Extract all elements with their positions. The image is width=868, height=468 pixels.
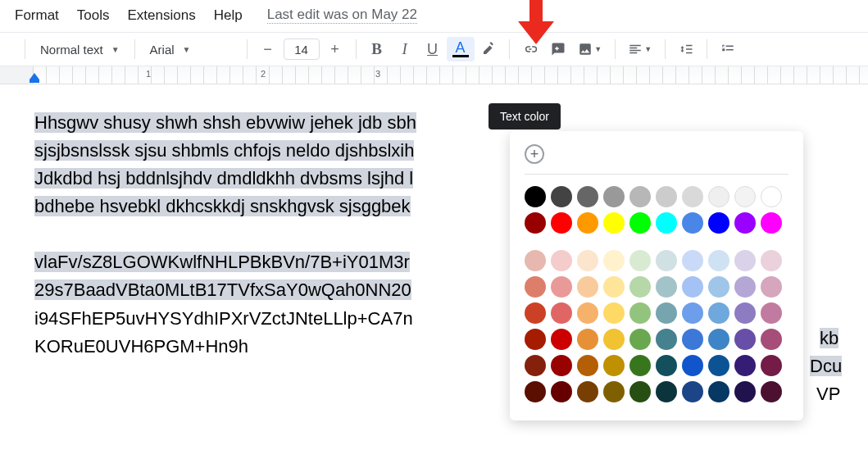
color-swatch[interactable] bbox=[525, 212, 546, 234]
color-swatch[interactable] bbox=[761, 381, 782, 402]
menu-help[interactable]: Help bbox=[214, 7, 243, 24]
color-swatch[interactable] bbox=[551, 250, 572, 271]
color-swatch[interactable] bbox=[525, 186, 546, 207]
color-swatch[interactable] bbox=[734, 276, 756, 298]
color-swatch[interactable] bbox=[656, 186, 677, 207]
color-swatch[interactable] bbox=[761, 329, 782, 350]
color-swatch[interactable] bbox=[761, 355, 782, 376]
color-swatch[interactable] bbox=[656, 212, 677, 234]
color-swatch[interactable] bbox=[761, 250, 782, 271]
color-swatch[interactable] bbox=[603, 329, 625, 350]
color-swatch[interactable] bbox=[708, 302, 729, 324]
paragraph-style-dropdown[interactable]: Normal text ▼ bbox=[32, 39, 128, 60]
color-swatch[interactable] bbox=[525, 381, 546, 402]
color-swatch[interactable] bbox=[734, 302, 756, 324]
color-swatch[interactable] bbox=[734, 186, 756, 207]
menu-format[interactable]: Format bbox=[15, 7, 59, 24]
bold-button[interactable]: B bbox=[363, 37, 391, 61]
color-swatch[interactable] bbox=[525, 302, 546, 324]
color-swatch[interactable] bbox=[603, 250, 625, 271]
color-swatch[interactable] bbox=[708, 250, 729, 271]
color-swatch[interactable] bbox=[629, 329, 651, 350]
color-swatch[interactable] bbox=[629, 381, 651, 402]
text-color-button[interactable]: A bbox=[447, 37, 475, 61]
color-swatch[interactable] bbox=[629, 276, 651, 298]
color-swatch[interactable] bbox=[734, 250, 756, 271]
color-swatch[interactable] bbox=[629, 186, 651, 207]
menu-extensions[interactable]: Extensions bbox=[128, 7, 196, 24]
color-swatch[interactable] bbox=[603, 302, 625, 324]
color-swatch[interactable] bbox=[708, 355, 729, 376]
color-swatch[interactable] bbox=[682, 329, 703, 350]
color-swatch[interactable] bbox=[708, 186, 729, 207]
color-swatch[interactable] bbox=[551, 212, 572, 234]
indent-marker[interactable] bbox=[30, 73, 43, 83]
color-swatch[interactable] bbox=[577, 355, 598, 376]
color-swatch[interactable] bbox=[734, 381, 756, 402]
color-swatch[interactable] bbox=[734, 212, 756, 234]
last-edit-link[interactable]: Last edit was on May 22 bbox=[267, 7, 417, 24]
color-swatch[interactable] bbox=[629, 355, 651, 376]
add-custom-color-button[interactable]: + bbox=[525, 144, 544, 164]
color-swatch[interactable] bbox=[525, 355, 546, 376]
color-swatch[interactable] bbox=[682, 250, 703, 271]
color-swatch[interactable] bbox=[629, 302, 651, 324]
color-swatch[interactable] bbox=[551, 329, 572, 350]
horizontal-ruler[interactable]: 1 2 3 bbox=[0, 66, 868, 84]
color-swatch[interactable] bbox=[682, 186, 703, 207]
color-swatch[interactable] bbox=[734, 329, 756, 350]
color-swatch[interactable] bbox=[577, 302, 598, 324]
color-swatch[interactable] bbox=[761, 212, 782, 234]
underline-button[interactable]: U bbox=[419, 37, 447, 61]
color-swatch[interactable] bbox=[656, 355, 677, 376]
color-swatch[interactable] bbox=[551, 276, 572, 298]
color-swatch[interactable] bbox=[682, 302, 703, 324]
color-swatch[interactable] bbox=[525, 329, 546, 350]
color-swatch[interactable] bbox=[761, 186, 782, 207]
color-swatch[interactable] bbox=[708, 276, 729, 298]
insert-image-button[interactable]: ▼ bbox=[572, 37, 608, 61]
color-swatch[interactable] bbox=[761, 276, 782, 298]
color-swatch[interactable] bbox=[734, 355, 756, 376]
font-size-decrease-button[interactable]: − bbox=[254, 37, 282, 61]
align-button[interactable]: ▼ bbox=[622, 37, 658, 61]
color-swatch[interactable] bbox=[551, 381, 572, 402]
color-swatch[interactable] bbox=[682, 381, 703, 402]
font-size-increase-button[interactable]: + bbox=[321, 37, 349, 61]
color-swatch[interactable] bbox=[603, 355, 625, 376]
color-swatch[interactable] bbox=[656, 381, 677, 402]
color-swatch[interactable] bbox=[603, 212, 625, 234]
color-swatch[interactable] bbox=[551, 186, 572, 207]
color-swatch[interactable] bbox=[708, 212, 729, 234]
font-family-dropdown[interactable]: Arial ▼ bbox=[142, 39, 240, 60]
color-swatch[interactable] bbox=[551, 355, 572, 376]
color-swatch[interactable] bbox=[761, 302, 782, 324]
color-swatch[interactable] bbox=[551, 302, 572, 324]
color-swatch[interactable] bbox=[629, 212, 651, 234]
menu-tools[interactable]: Tools bbox=[77, 7, 110, 24]
color-swatch[interactable] bbox=[577, 212, 598, 234]
checklist-button[interactable] bbox=[714, 37, 742, 61]
color-swatch[interactable] bbox=[603, 186, 625, 207]
color-swatch[interactable] bbox=[603, 381, 625, 402]
color-swatch[interactable] bbox=[525, 250, 546, 271]
line-spacing-button[interactable] bbox=[672, 37, 700, 61]
italic-button[interactable]: I bbox=[391, 37, 419, 61]
color-swatch[interactable] bbox=[708, 381, 729, 402]
color-swatch[interactable] bbox=[682, 276, 703, 298]
color-swatch[interactable] bbox=[656, 302, 677, 324]
color-swatch[interactable] bbox=[603, 276, 625, 298]
color-swatch[interactable] bbox=[577, 276, 598, 298]
document-body[interactable]: Hhsgwv shusy shwh shsh ebvwiw jehek jdb … bbox=[0, 84, 525, 361]
color-swatch[interactable] bbox=[577, 381, 598, 402]
color-swatch[interactable] bbox=[629, 250, 651, 271]
color-swatch[interactable] bbox=[656, 329, 677, 350]
color-swatch[interactable] bbox=[708, 329, 729, 350]
color-swatch[interactable] bbox=[577, 329, 598, 350]
font-size-input[interactable]: 14 bbox=[284, 39, 320, 60]
color-swatch[interactable] bbox=[577, 186, 598, 207]
color-swatch[interactable] bbox=[656, 276, 677, 298]
highlight-color-button[interactable] bbox=[475, 37, 502, 61]
color-swatch[interactable] bbox=[682, 212, 703, 234]
color-swatch[interactable] bbox=[682, 355, 703, 376]
